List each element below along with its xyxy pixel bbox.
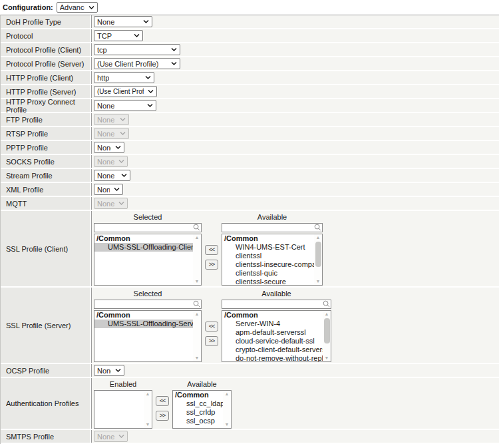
scroll-down-icon[interactable]: ▼ <box>314 278 322 285</box>
available-list-header: Available <box>222 290 331 298</box>
move-left-button[interactable]: << <box>205 322 218 332</box>
row-mqtt: MQTT None <box>1 197 499 211</box>
list-item[interactable]: clientssl-secure <box>222 278 314 285</box>
available-list-header: Available <box>222 213 323 221</box>
stream-profile-select[interactable]: None <box>94 170 130 181</box>
scroll-down-icon[interactable]: ▼ <box>193 355 201 361</box>
chevron-down-icon <box>88 6 94 9</box>
xml-profile-select[interactable]: None <box>94 184 123 195</box>
protocol-select[interactable]: TCP <box>94 30 143 41</box>
auth-available-list[interactable]: /Commonssl_cc_ldapssl_crldpssl_ocsp ▲▼ <box>172 390 232 429</box>
scroll-thumb[interactable] <box>324 318 330 343</box>
list-item[interactable]: ssl_crldp <box>173 408 223 417</box>
scroll-up-icon[interactable]: ▲ <box>144 391 152 397</box>
scroll-down-icon[interactable]: ▼ <box>323 355 331 361</box>
list-group-header: /Common <box>94 311 193 320</box>
list-item[interactable]: do-not-remove-without-replacement <box>222 354 323 361</box>
chevron-down-icon <box>147 104 153 107</box>
row-smtps-profile: SMTPS Profile None <box>1 430 499 444</box>
scroll-up-icon[interactable]: ▲ <box>193 311 201 318</box>
scrollbar[interactable]: ▲▼ <box>323 311 331 361</box>
row-stream-profile: Stream Profile None <box>1 169 499 183</box>
ssl-server-available-list[interactable]: /CommonServer-WIN-4apm-default-serverssl… <box>222 310 331 362</box>
move-left-button[interactable]: << <box>156 396 169 406</box>
list-item[interactable]: UMS-SSL-Offloading-Client-Profile <box>94 243 193 252</box>
chevron-down-icon <box>171 62 177 65</box>
move-right-button[interactable]: >> <box>156 411 169 421</box>
scrollbar[interactable]: ▲▼ <box>223 391 231 428</box>
row-protocol-profile-server: Protocol Profile (Server) (Use Client Pr… <box>1 57 499 71</box>
list-item[interactable]: cloud-service-default-ssl <box>222 337 323 345</box>
list-item[interactable]: clientssl-insecure-compatible <box>222 260 314 269</box>
http-profile-client-select[interactable]: http <box>94 72 154 83</box>
move-left-button[interactable]: << <box>205 245 218 255</box>
chevron-down-icon <box>145 76 151 79</box>
list-item[interactable]: ssl_cc_ldap <box>173 399 223 408</box>
scroll-up-icon[interactable]: ▲ <box>193 234 201 241</box>
move-right-button[interactable]: >> <box>205 336 218 346</box>
smtps-profile-select: None <box>94 431 128 442</box>
rtsp-profile-select: None <box>94 128 129 139</box>
row-rtsp-profile: RTSP Profile None <box>1 127 499 141</box>
list-item[interactable]: UMS-SSL-Offloading-Server-Profile <box>94 320 193 328</box>
field-label: HTTP Profile (Server) <box>1 85 91 98</box>
select-value: None <box>97 158 114 166</box>
search-input[interactable] <box>94 223 202 232</box>
chevron-down-icon <box>118 202 124 205</box>
search-input[interactable] <box>94 300 202 309</box>
list-item[interactable]: Server-WIN-4 <box>222 320 323 328</box>
field-label: SMTPS Profile <box>1 430 91 443</box>
select-value: None <box>97 433 114 441</box>
select-value: None <box>97 18 114 26</box>
ocsp-profile-select[interactable]: None <box>94 365 124 376</box>
select-value: None <box>97 130 114 138</box>
scrollbar[interactable]: ▲▼ <box>144 391 152 428</box>
list-item[interactable]: clientssl <box>222 252 314 260</box>
list-group-header: /Common <box>173 391 223 399</box>
protocol-profile-server-select[interactable]: (Use Client Profile) <box>94 58 180 69</box>
field-label: Protocol Profile (Client) <box>1 43 91 56</box>
list-item[interactable]: clientssl-quic <box>222 269 314 278</box>
list-item[interactable]: ssl_ocsp <box>173 417 223 425</box>
field-label: HTTP Proxy Connect Profile <box>1 99 91 112</box>
move-right-button[interactable]: >> <box>205 260 218 270</box>
search-input[interactable] <box>222 223 323 232</box>
scroll-up-icon[interactable]: ▲ <box>323 311 331 318</box>
chevron-down-icon <box>134 34 140 37</box>
field-label: SOCKS Profile <box>1 155 91 168</box>
ssl-client-selected-list[interactable]: /CommonUMS-SSL-Offloading-Client-Profile… <box>94 234 202 286</box>
scrollbar[interactable]: ▲▼ <box>193 311 201 361</box>
chevron-down-icon <box>171 48 177 51</box>
configuration-bar: Configuration: Advanced <box>0 0 499 15</box>
field-label: HTTP Profile (Client) <box>1 71 91 84</box>
scroll-up-icon[interactable]: ▲ <box>314 234 322 241</box>
search-icon <box>193 224 200 232</box>
profile-settings-table: DoH Profile Type None Protocol TCP Proto… <box>0 15 499 444</box>
select-value: tcp <box>97 46 107 54</box>
http-proxy-connect-profile-select[interactable]: None <box>94 100 156 111</box>
chevron-down-icon <box>120 132 126 135</box>
socks-profile-select: None <box>94 156 128 167</box>
scrollbar[interactable]: ▲▼ <box>193 234 201 285</box>
chevron-down-icon <box>148 90 154 93</box>
list-item[interactable]: apm-default-serverssl <box>222 328 323 337</box>
configuration-select[interactable]: Advanced <box>57 2 98 13</box>
scroll-down-icon[interactable]: ▼ <box>193 278 201 285</box>
protocol-profile-client-select[interactable]: tcp <box>94 44 180 55</box>
list-item[interactable]: crypto-client-default-serverssl <box>222 345 323 354</box>
ssl-client-available-list[interactable]: /CommonWIN4-UMS-EST-Certclientsslclients… <box>222 234 323 286</box>
field-label: RTSP Profile <box>1 127 91 140</box>
doh-profile-type-select[interactable]: None <box>94 16 152 27</box>
http-profile-server-select[interactable]: (Use Client Profile) <box>94 86 157 97</box>
search-input[interactable] <box>222 300 331 309</box>
scroll-up-icon[interactable]: ▲ <box>223 391 231 397</box>
scroll-down-icon[interactable]: ▼ <box>223 421 231 428</box>
auth-enabled-list[interactable]: ▲▼ <box>94 390 152 429</box>
pptp-profile-select[interactable]: None <box>94 142 124 153</box>
scroll-down-icon[interactable]: ▼ <box>144 421 152 428</box>
ssl-server-selected-list[interactable]: /CommonUMS-SSL-Offloading-Server-Profile… <box>94 310 202 362</box>
list-item[interactable]: WIN4-UMS-EST-Cert <box>222 243 314 252</box>
select-value: Advanced <box>60 3 84 11</box>
scroll-thumb[interactable] <box>315 242 321 267</box>
scrollbar[interactable]: ▲▼ <box>314 234 322 285</box>
